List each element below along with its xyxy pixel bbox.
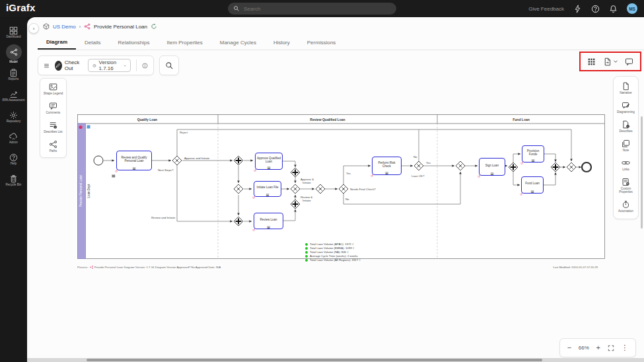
narrative-icon xyxy=(622,82,630,90)
diagramming-button[interactable]: Diagramming xyxy=(615,101,637,114)
global-search[interactable] xyxy=(228,3,396,15)
help-icon[interactable] xyxy=(591,5,600,13)
shape-legend-icon xyxy=(49,83,57,91)
vertical-scrollbar[interactable] xyxy=(641,116,643,229)
pool-label: Provide Personal Loan xyxy=(79,174,83,207)
task-provision-funds[interactable]: Provision Funds ⊞↺ xyxy=(522,145,544,163)
more-options-button[interactable]: ⋮ xyxy=(621,344,628,351)
sidebar-item-recycle-bin[interactable]: Recycle Bin xyxy=(0,170,27,191)
menu-icon[interactable] xyxy=(44,61,50,70)
chevron-down-icon xyxy=(613,59,618,64)
search-icon xyxy=(165,61,174,70)
svg-text:Approve and Initiate: Approve and Initiate xyxy=(184,157,210,160)
scrollbar-thumb[interactable] xyxy=(87,359,542,361)
legend-dot-icon xyxy=(305,255,308,258)
fullscreen-icon[interactable] xyxy=(608,345,614,351)
user-avatar[interactable]: MS xyxy=(627,3,637,14)
search-input[interactable] xyxy=(244,6,376,12)
zoom-in-button[interactable]: + xyxy=(596,344,600,351)
custom-properties-button[interactable]: Custom Properties xyxy=(615,178,637,194)
diagram-canvas[interactable]: Qualify Loan Review Qualified Loan Fund … xyxy=(77,114,606,260)
automation-button[interactable]: Automation xyxy=(615,200,637,213)
describes-icon: i xyxy=(622,120,630,129)
svg-text:No: No xyxy=(345,198,349,201)
svg-text:Yes: Yes xyxy=(346,172,351,175)
give-feedback-link[interactable]: Give Feedback xyxy=(528,6,564,12)
legend-dot-icon xyxy=(305,247,308,250)
breadcrumb-current: Provide Personal Loan xyxy=(94,24,147,30)
links-button[interactable]: Links xyxy=(615,159,637,172)
admin-icon xyxy=(9,132,18,141)
tab-details[interactable]: Details xyxy=(76,36,109,50)
lane-marker-icon xyxy=(87,126,90,129)
task-initiate-loan-file[interactable]: Initiate Loan File ⊞↺ xyxy=(254,181,281,197)
comment-icon[interactable] xyxy=(625,57,633,66)
task-approve-qualified-loan[interactable]: Approve Qualified Loan ⊞↺ xyxy=(255,153,283,170)
zoom-controls: − 66% + ⋮ xyxy=(559,338,636,357)
task-review-and-qualify-personal-loan[interactable]: Review and Qualify Personal Loan ⊞ ↺ ▤ xyxy=(116,151,152,170)
model-icon xyxy=(10,48,18,56)
document-attachment-icon: ▤ xyxy=(112,174,116,178)
canvas-right-tools: Narrative Diagramming i Describes Note xyxy=(613,76,639,219)
apps-grid-icon[interactable] xyxy=(587,57,596,66)
automation-icon xyxy=(622,200,630,209)
igrafx-logo: iGrafx xyxy=(6,2,36,13)
reports-icon xyxy=(9,69,18,77)
shape-legend-button[interactable]: Shape Legend xyxy=(42,83,65,96)
version-dropdown[interactable]: Version 1.7.16 xyxy=(88,59,131,72)
sidebar-item-repository[interactable]: Repository xyxy=(0,107,27,127)
sidebar-item-rpa-assessment[interactable]: RPA Assessment xyxy=(0,86,27,106)
describes-list-icon: i xyxy=(49,121,57,129)
svg-text:No: No xyxy=(413,155,417,159)
sidebar-item-dashboard[interactable]: Dashboard xyxy=(0,22,27,43)
start-event[interactable] xyxy=(94,156,103,165)
notifications-bell-icon[interactable] xyxy=(609,5,618,13)
breadcrumb-parent[interactable]: US Demo xyxy=(53,24,76,30)
sidebar-item-admin[interactable]: Admin xyxy=(0,128,27,149)
tab-permissions[interactable]: Permissions xyxy=(299,36,345,50)
narrative-button[interactable]: Narrative xyxy=(615,82,637,95)
task-fund-loan[interactable]: Fund Loan ⊞↺ xyxy=(521,176,544,194)
describes-list-button[interactable]: i Describes List xyxy=(42,121,65,134)
sidebar-item-model[interactable]: Model xyxy=(0,44,27,64)
check-out-button[interactable]: Check Out xyxy=(55,59,83,71)
info-icon[interactable] xyxy=(142,61,148,70)
tab-manage-cycles[interactable]: Manage Cycles xyxy=(211,36,265,50)
legend-item: Total Loan Volume (EMEA): 1099 # xyxy=(305,246,361,250)
diagramming-icon xyxy=(622,101,630,110)
lightning-icon[interactable] xyxy=(573,5,582,13)
collapse-panel-button[interactable]: › xyxy=(28,23,39,34)
zoom-level: 66% xyxy=(579,345,589,351)
legend-dot-icon xyxy=(305,259,308,262)
note-button[interactable]: Note xyxy=(615,139,637,153)
comments-button[interactable]: Comments xyxy=(42,102,65,115)
repository-cube-icon xyxy=(43,23,50,30)
task-perform-risk-check[interactable]: Perform Risk Check ⊞↺ xyxy=(372,157,402,175)
task-sign-loan[interactable]: Sign Loan ⊞↺ xyxy=(479,158,505,176)
tab-bar: Diagram Details Relationships Item Prope… xyxy=(38,36,644,50)
legend-item: Average Cycle Time (weeks): 2 weeks xyxy=(305,254,361,258)
svg-text:Reject: Reject xyxy=(180,131,188,134)
tab-history[interactable]: History xyxy=(265,36,299,50)
task-review-loan[interactable]: Review Loan ⊞↺ xyxy=(254,213,283,229)
sidebar-item-help[interactable]: Help xyxy=(0,149,27,170)
zoom-out-button[interactable]: − xyxy=(567,344,571,351)
horizontal-scrollbar[interactable] xyxy=(27,358,644,362)
tab-relationships[interactable]: Relationships xyxy=(109,36,158,50)
legend-item: Total Loan Volume (NA): 846 # xyxy=(305,250,361,254)
pencil-icon xyxy=(55,61,62,71)
svg-text:Loan OK?: Loan OK? xyxy=(411,174,425,178)
divider xyxy=(136,59,137,71)
tab-diagram[interactable]: Diagram xyxy=(38,36,76,50)
export-document-icon xyxy=(603,57,612,66)
phase-review-qualified-loan: Review Qualified Loan xyxy=(310,118,345,122)
paths-button[interactable]: Paths xyxy=(42,140,65,153)
highlight-annotation xyxy=(579,52,641,71)
describes-button[interactable]: i Describes xyxy=(615,120,637,133)
diagram-search-button[interactable] xyxy=(159,55,179,75)
end-event[interactable] xyxy=(582,163,591,172)
legend-dot-icon xyxy=(305,243,308,246)
tab-item-properties[interactable]: Item Properties xyxy=(159,36,211,50)
sidebar-item-reports[interactable]: Reports xyxy=(0,65,27,85)
export-control[interactable] xyxy=(603,57,618,66)
